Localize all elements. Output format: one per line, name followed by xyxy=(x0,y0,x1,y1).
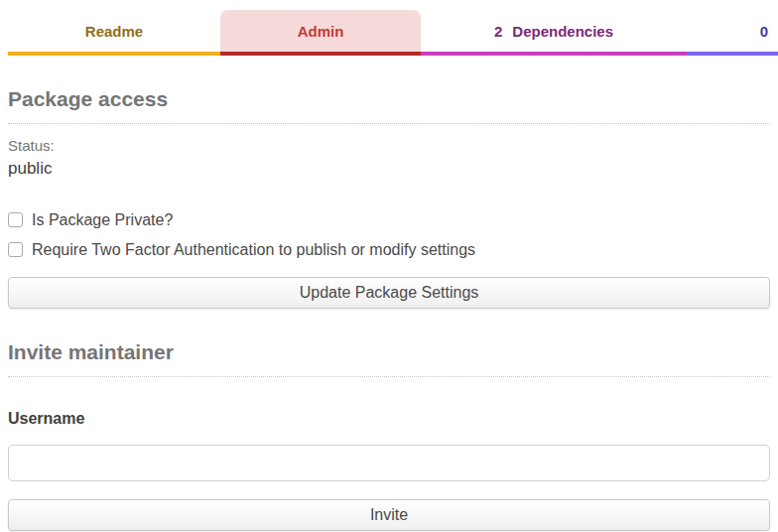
is-package-private-checkbox[interactable] xyxy=(8,212,23,227)
admin-panel: Package access Status: public Is Package… xyxy=(0,86,778,531)
tab-admin-label: Admin xyxy=(298,23,344,40)
require-2fa-checkbox[interactable] xyxy=(8,242,23,257)
is-package-private-row[interactable]: Is Package Private? xyxy=(8,210,770,229)
username-input[interactable] xyxy=(8,445,770,481)
section-divider xyxy=(8,123,770,124)
username-label: Username xyxy=(8,409,770,428)
dependencies-count-badge: 2 xyxy=(494,23,502,40)
tab-dependents[interactable]: 0 xyxy=(687,10,778,56)
package-access-title: Package access xyxy=(8,86,770,111)
tab-dependencies[interactable]: 2 Dependencies xyxy=(421,10,687,56)
update-package-settings-button[interactable]: Update Package Settings xyxy=(8,277,770,309)
package-tab-bar: Readme Admin 2 Dependencies 0 xyxy=(0,0,778,56)
tab-readme[interactable]: Readme xyxy=(8,10,220,56)
status-value: public xyxy=(8,158,770,179)
is-package-private-label: Is Package Private? xyxy=(32,210,173,229)
invite-maintainer-title: Invite maintainer xyxy=(8,339,770,364)
section-divider xyxy=(8,376,770,377)
tab-dependencies-label: Dependencies xyxy=(512,23,613,40)
status-label: Status: xyxy=(8,137,770,155)
tab-admin[interactable]: Admin xyxy=(220,10,421,56)
invite-button[interactable]: Invite xyxy=(8,499,770,531)
require-2fa-row[interactable]: Require Two Factor Authentication to pub… xyxy=(8,240,770,259)
require-2fa-label: Require Two Factor Authentication to pub… xyxy=(32,240,475,259)
tab-readme-label: Readme xyxy=(85,23,143,40)
dependents-count-badge: 0 xyxy=(760,23,768,40)
